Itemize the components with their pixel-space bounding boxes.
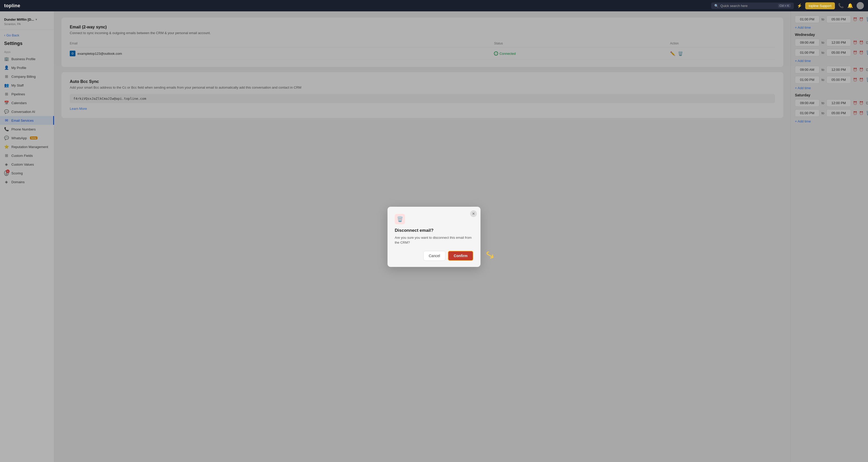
app-logo: topline [4,3,21,8]
modal-overlay[interactable]: 🗑️ ✕ Disconnect email? Are you sure you … [0,11,868,462]
arrow-annotation: ↩ [483,247,498,263]
support-button[interactable]: topline Support [805,2,835,9]
disconnect-modal: 🗑️ ✕ Disconnect email? Are you sure you … [388,207,480,267]
modal-body: Are you sure you want to disconnect this… [395,235,473,245]
bell-icon[interactable]: 🔔 [847,3,853,8]
search-placeholder: Quick search here [720,4,776,8]
search-icon: 🔍 [714,4,718,8]
cancel-button[interactable]: Cancel [424,251,445,261]
search-shortcut: Ctrl + K [778,4,791,7]
search-bar[interactable]: 🔍 Quick search here Ctrl + K [711,3,794,9]
modal-title: Disconnect email? [395,228,473,233]
modal-trash-icon: 🗑️ [395,214,405,224]
avatar[interactable] [857,2,864,9]
phone-icon[interactable]: 📞 [838,3,844,8]
top-nav: topline 🔍 Quick search here Ctrl + K ⚡ t… [0,0,868,11]
confirm-button[interactable]: Confirm [448,251,473,261]
modal-actions: Cancel Confirm [395,251,473,261]
bolt-icon[interactable]: ⚡ [797,3,802,8]
nav-icons: 📞 🔔 [838,2,864,9]
modal-close-button[interactable]: ✕ [470,210,477,217]
